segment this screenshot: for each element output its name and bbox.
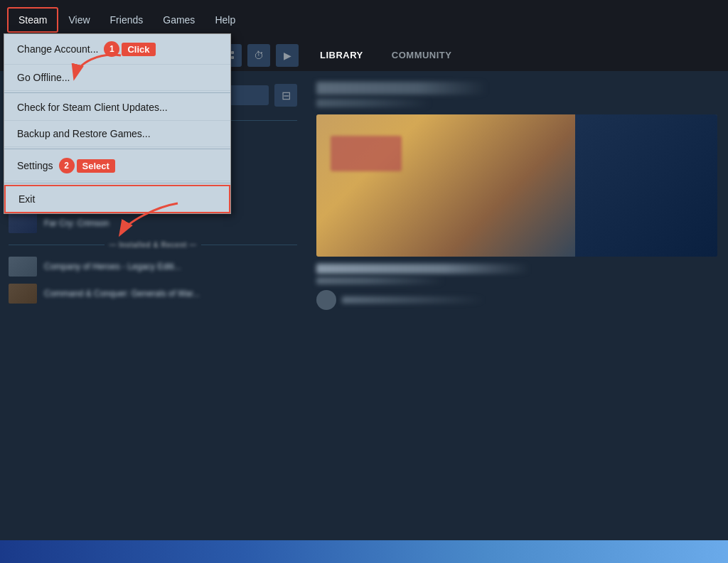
step2-annotation: 2 Select <box>59 158 115 173</box>
game-name: Command & Conquer: Generals of War... <box>44 289 200 299</box>
featured-subtitle <box>316 99 430 107</box>
play-icon: ▶ <box>284 50 291 61</box>
dropdown-change-account[interactable]: Change Account... 1 Click <box>4 34 230 65</box>
clock-button[interactable]: ⏱ <box>247 44 270 67</box>
featured-news-sub <box>316 277 444 284</box>
steam-window: Steam View Friends Games Help Change Acc… <box>0 0 728 540</box>
list-item[interactable]: Company of Heroes - Legacy Editi... <box>0 253 306 280</box>
featured-area <box>306 71 728 321</box>
menu-steam[interactable]: Steam <box>7 7 58 33</box>
game-name: Far Cry: Crimson <box>44 218 109 228</box>
dropdown-backup-restore[interactable]: Backup and Restore Games... <box>4 121 230 147</box>
dropdown-check-updates[interactable]: Check for Steam Client Updates... <box>4 95 230 121</box>
filter-icon: ⊟ <box>282 89 291 102</box>
step1-label: Click <box>122 43 155 56</box>
game-name: Company of Heroes - Legacy Editi... <box>44 262 181 272</box>
featured-news-title <box>316 264 530 274</box>
game-thumb <box>9 284 37 304</box>
game-thumb <box>9 213 37 233</box>
section-2-title: — Installed & Recent — <box>109 241 196 249</box>
sidebar-section-2-header: — Installed & Recent — <box>0 237 306 253</box>
steam-dropdown-menu: Change Account... 1 Click Go Offline... … <box>4 33 231 214</box>
dropdown-divider-3 <box>4 183 230 183</box>
comment-avatar <box>316 290 336 310</box>
tab-library[interactable]: LIBRARY <box>306 43 378 68</box>
dropdown-go-offline[interactable]: Go Offline... <box>4 65 230 91</box>
main-content <box>306 71 728 540</box>
menu-games[interactable]: Games <box>153 9 205 31</box>
dropdown-settings[interactable]: Settings 2 Select <box>4 151 230 181</box>
menu-view[interactable]: View <box>58 9 100 31</box>
section-line-left-2 <box>9 245 105 245</box>
comment-text <box>342 296 484 304</box>
featured-title <box>316 82 487 95</box>
list-item[interactable]: Command & Conquer: Generals of War... <box>0 280 306 307</box>
dropdown-divider-2 <box>4 149 230 149</box>
play-button[interactable]: ▶ <box>276 44 299 67</box>
windows-taskbar <box>0 540 728 563</box>
step2-circle: 2 <box>59 158 75 173</box>
step1-annotation: 1 Click <box>104 41 155 57</box>
dropdown-divider-1 <box>4 92 230 93</box>
menu-help[interactable]: Help <box>205 9 245 31</box>
step2-label: Select <box>77 159 115 173</box>
tab-community[interactable]: COMMUNITY <box>378 43 466 68</box>
step1-circle: 1 <box>104 41 119 57</box>
filter-button[interactable]: ⊟ <box>274 84 297 107</box>
featured-image[interactable] <box>316 114 717 257</box>
menu-friends[interactable]: Friends <box>100 9 154 31</box>
dropdown-exit[interactable]: Exit <box>4 185 230 213</box>
clock-icon: ⏱ <box>254 50 264 61</box>
comment-row <box>316 290 717 310</box>
game-thumb <box>9 257 37 277</box>
nav-tabs-container: LIBRARY COMMUNITY <box>306 43 728 68</box>
section-line-right-2 <box>201 245 297 245</box>
